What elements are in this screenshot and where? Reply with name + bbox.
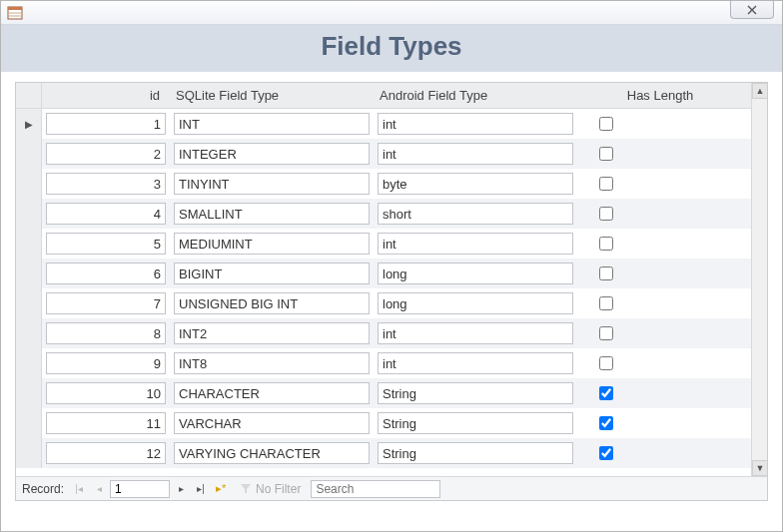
sqlite-field-type-field[interactable] [174,322,370,344]
has-length-checkbox[interactable] [599,147,613,161]
table-row: ▶ [16,109,751,139]
table-row [16,348,751,378]
android-field-type-field[interactable] [378,412,573,434]
sqlite-field-type-field[interactable] [174,412,370,434]
form-header: Field Types [1,25,782,72]
android-field-type-field[interactable] [378,113,573,135]
form-body: id SQLite Field Type Android Field Type … [1,72,782,531]
row-selector[interactable] [16,438,42,468]
sqlite-field-type-field[interactable] [174,263,370,284]
titlebar [1,1,782,25]
android-field-type-field[interactable] [378,292,573,314]
id-field[interactable] [46,322,166,344]
filter-indicator[interactable]: No Filter [240,482,301,496]
record-label: Record: [22,482,64,496]
has-length-checkbox[interactable] [599,386,613,400]
id-field[interactable] [46,203,166,225]
nav-prev-button[interactable]: ◂ [90,480,108,498]
table-row [16,288,751,318]
id-field[interactable] [46,412,166,434]
row-selector[interactable]: ▶ [16,109,42,139]
id-field[interactable] [46,352,166,374]
row-selector[interactable] [16,378,42,408]
table-row [16,199,751,229]
column-header-id[interactable]: id [42,88,170,103]
sqlite-field-type-field[interactable] [174,233,370,255]
sqlite-field-type-field[interactable] [174,442,370,464]
id-field[interactable] [46,143,166,165]
id-field[interactable] [46,292,166,314]
has-length-checkbox[interactable] [599,326,613,340]
id-field[interactable] [46,113,166,135]
table-row [16,378,751,408]
column-header-android[interactable]: Android Field Type [374,88,577,103]
id-field[interactable] [46,263,166,284]
has-length-checkbox[interactable] [599,296,613,310]
table-row [16,438,751,468]
android-field-type-field[interactable] [378,263,573,284]
datasheet-grid: id SQLite Field Type Android Field Type … [15,82,768,501]
table-row [16,318,751,348]
filter-label: No Filter [256,482,301,496]
search-input[interactable] [311,480,440,498]
sqlite-field-type-field[interactable] [174,203,370,225]
access-form-icon [7,5,23,21]
scroll-up-button[interactable]: ▲ [752,83,767,99]
column-header-sqlite[interactable]: SQLite Field Type [170,88,374,103]
row-selector[interactable] [16,199,42,229]
android-field-type-field[interactable] [378,322,573,344]
vertical-scrollbar[interactable]: ▲ ▼ [751,83,767,476]
sqlite-field-type-field[interactable] [174,113,370,135]
grid-scroll-area: id SQLite Field Type Android Field Type … [16,83,767,476]
android-field-type-field[interactable] [378,382,573,404]
row-selector[interactable] [16,288,42,318]
sqlite-field-type-field[interactable] [174,173,370,195]
sqlite-field-type-field[interactable] [174,292,370,314]
row-selector[interactable] [16,139,42,169]
sqlite-field-type-field[interactable] [174,143,370,165]
has-length-checkbox[interactable] [599,177,613,191]
column-header-has-length[interactable]: Has Length [577,88,709,103]
select-all-corner[interactable] [16,83,42,108]
row-selector[interactable] [16,229,42,259]
nav-first-button[interactable]: |◂ [70,480,88,498]
id-field[interactable] [46,233,166,255]
id-field[interactable] [46,173,166,195]
row-selector[interactable] [16,408,42,438]
android-field-type-field[interactable] [378,352,573,374]
table-row [16,259,751,288]
scroll-down-button[interactable]: ▼ [752,460,767,476]
has-length-checkbox[interactable] [599,117,613,131]
has-length-checkbox[interactable] [599,356,613,370]
has-length-checkbox[interactable] [599,237,613,251]
funnel-icon [240,483,252,495]
id-field[interactable] [46,382,166,404]
nav-next-button[interactable]: ▸ [172,480,190,498]
row-selector[interactable] [16,259,42,288]
close-button[interactable] [730,1,774,19]
id-field[interactable] [46,442,166,464]
android-field-type-field[interactable] [378,203,573,225]
android-field-type-field[interactable] [378,233,573,255]
android-field-type-field[interactable] [378,143,573,165]
nav-current-record-input[interactable] [110,480,170,498]
sqlite-field-type-field[interactable] [174,352,370,374]
sqlite-field-type-field[interactable] [174,382,370,404]
svg-rect-1 [8,7,22,10]
column-header-row: id SQLite Field Type Android Field Type … [16,83,751,109]
row-selector[interactable] [16,318,42,348]
android-field-type-field[interactable] [378,442,573,464]
android-field-type-field[interactable] [378,173,573,195]
has-length-checkbox[interactable] [599,207,613,221]
table-row [16,139,751,169]
has-length-checkbox[interactable] [599,446,613,460]
table-row [16,408,751,438]
form-window: Field Types id SQLite Field Type Android… [0,0,783,532]
nav-new-record-button[interactable]: ▸* [212,480,230,498]
row-selector[interactable] [16,348,42,378]
has-length-checkbox[interactable] [599,266,613,280]
nav-last-button[interactable]: ▸| [192,480,210,498]
row-selector[interactable] [16,169,42,199]
record-navigator: Record: |◂ ◂ ▸ ▸| ▸* No Filter [16,476,767,500]
has-length-checkbox[interactable] [599,416,613,430]
